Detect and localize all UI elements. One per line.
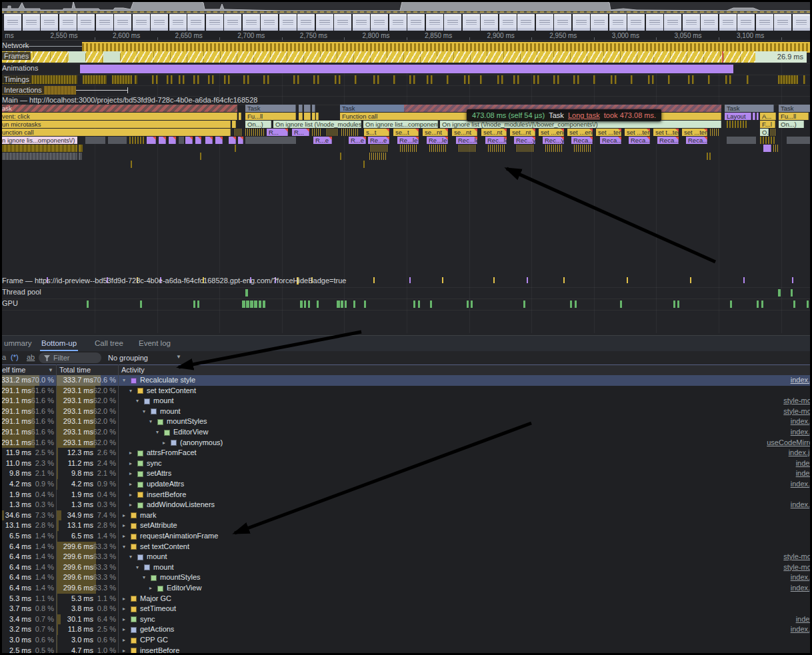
flame-segment[interactable] <box>131 161 133 168</box>
flame-segment[interactable]: Reca...yle <box>600 137 621 144</box>
flame-segment[interactable]: On ignore list (\/node_modules\/|\/bower… <box>273 121 361 128</box>
collapse-icon[interactable]: ▾ <box>143 572 145 583</box>
activity-name[interactable]: requestAnimationFrame <box>140 531 218 542</box>
source-link[interactable]: style-mod <box>783 562 812 573</box>
activity-name[interactable]: addWindowListeners <box>147 500 215 510</box>
table-row[interactable]: 5.3 ms1.1 %5.3 ms1.1 %▸Major GC <box>0 594 812 604</box>
table-row[interactable]: 2.5 ms0.5 %4.7 ms1.0 %▸insertBefore <box>0 646 812 655</box>
flame-segment[interactable] <box>79 153 82 160</box>
flame-segment[interactable] <box>312 113 315 120</box>
flame-segment[interactable] <box>85 137 105 144</box>
flame-segment[interactable]: n ignore lis...omponents\/) <box>0 137 77 144</box>
flame-segment[interactable]: ask <box>0 105 237 112</box>
expand-icon[interactable]: ▸ <box>163 438 165 448</box>
activity-name[interactable]: updateAttrs <box>147 479 184 490</box>
flame-segment[interactable] <box>239 113 241 120</box>
flame-segment[interactable] <box>312 105 315 112</box>
collapse-icon[interactable]: ▾ <box>129 386 132 396</box>
activity-name[interactable]: mark <box>140 510 156 521</box>
table-row[interactable]: 4.2 ms0.9 %4.2 ms0.9 %▸updateAttrsindex.… <box>0 479 812 490</box>
source-link[interactable]: index. <box>796 468 812 479</box>
thread-pool-track[interactable]: Thread pool <box>0 287 812 299</box>
flame-segment[interactable]: Task <box>725 105 774 112</box>
table-row[interactable]: 6.4 ms1.4 %299.6 ms63.3 %▾mountstyle-mod <box>0 562 812 573</box>
flame-segment[interactable]: R... <box>292 129 309 136</box>
flame-segment[interactable] <box>340 153 343 160</box>
flame-segment[interactable] <box>753 113 755 120</box>
collapse-icon[interactable]: ▾ <box>129 552 132 562</box>
source-link[interactable]: index.js <box>791 500 812 510</box>
flame-segment[interactable]: Rec...le <box>456 137 477 144</box>
flame-segment[interactable]: Rec...yle <box>543 137 564 144</box>
expand-icon[interactable]: ▸ <box>123 614 125 625</box>
source-link[interactable]: index.js <box>791 479 812 490</box>
table-row[interactable]: 291.1 ms61.6 %293.1 ms62.0 %▾mountStyles… <box>0 416 812 427</box>
flame-segment[interactable]: unction call <box>0 129 231 136</box>
flame-segment[interactable] <box>710 129 719 136</box>
activity-name[interactable]: sync <box>140 614 155 625</box>
flame-segment[interactable] <box>169 137 176 144</box>
flame-segment[interactable] <box>371 145 388 152</box>
flame-segment[interactable] <box>316 113 319 120</box>
expand-icon[interactable]: ▸ <box>129 479 132 490</box>
frame-track[interactable]: Frame — https://id-preview--bd53fd9d-728… <box>0 276 812 288</box>
expand-icon[interactable]: ▸ <box>123 510 125 521</box>
table-row[interactable]: 291.1 ms61.6 %293.1 ms62.0 %▾EditorViewi… <box>0 427 812 438</box>
flame-segment[interactable]: set ...tent <box>596 129 621 136</box>
collapse-icon[interactable]: ▾ <box>123 375 125 386</box>
gpu-track[interactable]: GPU <box>0 299 812 311</box>
flame-segment[interactable]: Rec...yle <box>514 137 535 144</box>
activity-name[interactable]: Recalculate style <box>140 375 195 386</box>
source-link[interactable]: index.js <box>791 375 812 386</box>
tab-bottom-up[interactable]: Bottom-up <box>40 336 78 351</box>
expand-icon[interactable]: ▸ <box>123 520 125 531</box>
flame-segment[interactable] <box>185 137 193 144</box>
activity-header[interactable]: Activity <box>121 366 145 374</box>
flame-segment[interactable]: Rec...le <box>485 137 507 144</box>
detail-tabbar[interactable]: ummaryBottom-upCall treeEvent log <box>0 336 812 351</box>
flame-segment[interactable]: On...) <box>245 121 271 128</box>
table-row[interactable]: 3.0 ms0.6 %3.0 ms0.6 %▸CPP GC <box>0 635 812 646</box>
flame-segment[interactable] <box>727 121 748 128</box>
flame-segment[interactable]: Reca...tyle <box>629 137 650 144</box>
flame-segment[interactable]: On ignore list (\/node_modules\/|\/bower… <box>440 121 721 128</box>
flame-segment[interactable] <box>488 145 505 152</box>
activity-name[interactable]: sync <box>147 458 162 469</box>
table-row[interactable]: 3.2 ms0.7 %11.8 ms2.5 %▸getActionsindex.… <box>0 624 812 635</box>
activity-name[interactable]: setAttribute <box>140 520 177 531</box>
flame-segment[interactable] <box>727 137 756 144</box>
tab-event-log[interactable]: Event log <box>137 336 172 350</box>
expand-icon[interactable]: ▸ <box>129 468 132 479</box>
flame-segment[interactable]: un microtasks <box>0 121 231 128</box>
activity-name[interactable]: Major GC <box>140 594 171 604</box>
flame-segment[interactable]: se...nt <box>452 129 477 136</box>
column-divider[interactable] <box>118 364 119 655</box>
table-row[interactable]: 291.1 ms61.6 %293.1 ms62.0 %▾set textCon… <box>0 386 812 396</box>
flame-segment[interactable] <box>238 137 243 144</box>
activity-name[interactable]: getActions <box>140 624 174 635</box>
flame-segment[interactable] <box>200 153 202 160</box>
flame-segment[interactable]: O... <box>760 129 769 136</box>
collapse-icon[interactable]: ▾ <box>136 562 139 573</box>
flame-segment[interactable] <box>245 137 296 144</box>
collapse-icon[interactable]: ▾ <box>156 427 159 438</box>
table-row[interactable]: 3.4 ms0.7 %30.1 ms6.4 %▸syncindex. <box>0 614 812 625</box>
flame-segment[interactable] <box>763 145 771 152</box>
flame-segment[interactable] <box>232 121 236 128</box>
activity-name[interactable]: mountStyles <box>167 416 207 427</box>
match-word-icon[interactable]: ab <box>27 353 35 361</box>
flame-segment[interactable]: Task <box>340 105 404 112</box>
self-time-header[interactable]: elf time <box>2 366 25 374</box>
expand-icon[interactable]: ▸ <box>123 635 125 646</box>
expand-icon[interactable]: ▸ <box>129 458 132 469</box>
flame-segment[interactable]: set ...ent <box>539 129 564 136</box>
source-link[interactable]: useCodeMirror <box>767 438 812 448</box>
flame-segment[interactable]: s...t <box>364 129 389 136</box>
activity-name[interactable]: CPP GC <box>140 635 168 646</box>
table-row[interactable]: 6.4 ms1.4 %299.6 ms63.3 %▸EditorViewinde… <box>0 583 812 594</box>
activity-name[interactable]: (anonymous) <box>180 438 223 448</box>
activity-name[interactable]: setAttrs <box>147 468 171 479</box>
activity-name[interactable]: insertBefore <box>140 646 179 655</box>
flame-segment[interactable] <box>327 129 339 136</box>
source-link[interactable]: index.js <box>791 583 812 594</box>
